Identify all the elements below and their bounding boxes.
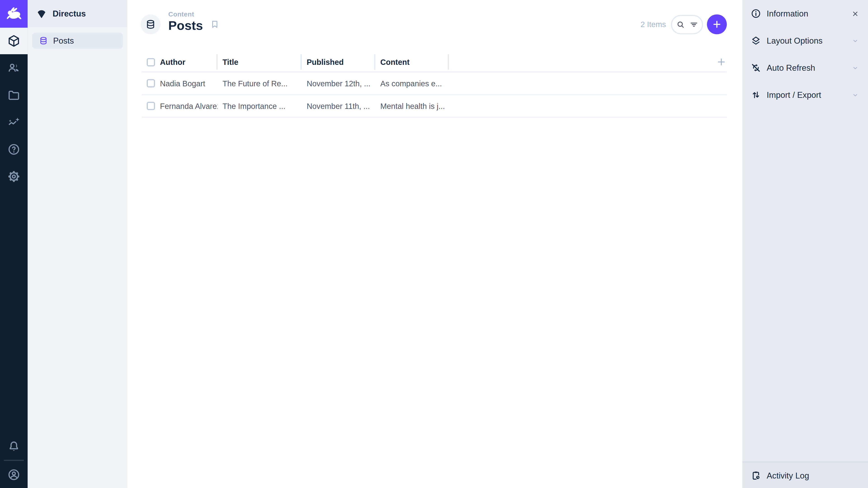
page-header: Content Posts 2 Items (127, 0, 742, 53)
sidebar-section-layout-options[interactable]: Layout Options (742, 27, 868, 54)
main-content: Content Posts 2 Items (127, 0, 742, 488)
column-header-published[interactable]: Published (302, 54, 375, 70)
plus-icon (716, 57, 727, 68)
sidebar-section-import-export[interactable]: Import / Export (742, 81, 868, 108)
expand-section-button[interactable] (851, 91, 859, 99)
help-icon (7, 142, 21, 156)
chevron-down-icon (851, 91, 859, 99)
page-title: Posts (168, 19, 203, 33)
collection-icon-button[interactable] (141, 14, 160, 34)
sidebar-section-label: Auto Refresh (767, 63, 846, 72)
people-icon (7, 61, 21, 74)
bell-icon (7, 440, 21, 453)
column-header-content[interactable]: Content (375, 54, 449, 70)
activity-log-label: Activity Log (767, 470, 868, 480)
chevron-down-icon (851, 64, 859, 72)
chevron-down-icon (851, 37, 859, 44)
box-icon (7, 34, 21, 48)
sidebar-section-information[interactable]: Information (742, 0, 868, 27)
account-circle-icon (7, 468, 21, 481)
module-file-library[interactable] (0, 81, 28, 108)
folder-icon (7, 88, 21, 102)
select-all-checkbox[interactable] (147, 58, 155, 66)
close-sidebar-button[interactable] (851, 10, 859, 18)
cell-title: The Importance ... (217, 101, 302, 110)
row-select-cell (142, 79, 155, 88)
title-block: Content Posts (168, 11, 203, 33)
row-checkbox[interactable] (147, 102, 155, 110)
cell-content: Mental health is j... (375, 101, 449, 110)
account-button[interactable] (0, 461, 28, 488)
rabbit-logo-icon (5, 5, 23, 23)
cell-published: November 11th, ... (302, 101, 375, 110)
table-row[interactable]: Fernanda Alvarez The Importance ... Nove… (142, 95, 727, 118)
expand-section-button[interactable] (851, 37, 859, 44)
module-docs[interactable] (0, 135, 28, 163)
column-header-title[interactable]: Title (217, 54, 302, 70)
database-icon (145, 19, 156, 30)
insights-icon (7, 116, 21, 129)
items-table: Author Title Published Content Nadia Bog… (142, 53, 727, 118)
expand-section-button[interactable] (851, 64, 859, 72)
nav-item-posts[interactable]: Posts (32, 33, 123, 48)
module-settings[interactable] (0, 163, 28, 190)
add-item-button[interactable] (707, 14, 727, 34)
directus-app: Directus Posts Content Posts (0, 0, 868, 488)
module-user-directory[interactable] (0, 54, 28, 81)
bookmark-icon (210, 20, 220, 29)
info-icon (751, 8, 761, 19)
project-info[interactable]: Directus (28, 0, 127, 27)
sidebar-section-label: Information (767, 9, 846, 18)
breadcrumb[interactable]: Content (168, 11, 203, 18)
layers-icon (751, 35, 761, 46)
bookmark-button[interactable] (210, 20, 220, 29)
search-icon[interactable] (676, 20, 685, 29)
select-all-cell (142, 58, 155, 66)
directus-logo-button[interactable] (0, 0, 28, 28)
module-insights[interactable] (0, 108, 28, 135)
sidebar-section-label: Import / Export (767, 90, 846, 100)
navigation-sidebar: Directus Posts (28, 0, 127, 488)
import-export-icon (751, 90, 761, 100)
cell-author: Nadia Bogart (155, 79, 218, 88)
clipboard-clock-icon (751, 470, 761, 481)
row-select-cell (142, 102, 155, 110)
refresh-off-icon (751, 63, 761, 73)
plus-icon (711, 19, 722, 30)
items-count: 2 Items (641, 20, 666, 29)
add-field-button[interactable] (716, 57, 727, 68)
project-logo-icon (36, 8, 47, 19)
gear-icon (7, 170, 21, 183)
nav-item-label: Posts (53, 36, 74, 45)
notifications-button[interactable] (0, 433, 28, 460)
cell-content: As companies e... (375, 79, 449, 88)
table-row[interactable]: Nadia Bogart The Future of Re... Novembe… (142, 72, 727, 95)
cell-author: Fernanda Alvarez (155, 101, 218, 110)
module-bar-spacer (0, 190, 28, 433)
sidebar-section-auto-refresh[interactable]: Auto Refresh (742, 54, 868, 81)
search-filter-group (671, 15, 703, 34)
activity-log-button[interactable]: Activity Log (742, 461, 868, 488)
filter-icon[interactable] (689, 20, 699, 29)
module-content[interactable] (0, 28, 28, 54)
header-actions: 2 Items (641, 14, 727, 34)
database-icon (39, 36, 48, 45)
info-sidebar: Information Layout Options (742, 0, 868, 488)
project-name: Directus (53, 9, 86, 18)
row-checkbox[interactable] (147, 79, 155, 88)
cell-title: The Future of Re... (217, 79, 302, 88)
app-window: Directus Posts Content Posts (0, 0, 868, 488)
table-header-row: Author Title Published Content (142, 53, 727, 72)
module-bar (0, 0, 28, 488)
sidebar-section-label: Layout Options (767, 36, 846, 45)
close-icon (851, 10, 859, 18)
cell-published: November 12th, ... (302, 79, 375, 88)
column-header-author[interactable]: Author (155, 54, 218, 70)
